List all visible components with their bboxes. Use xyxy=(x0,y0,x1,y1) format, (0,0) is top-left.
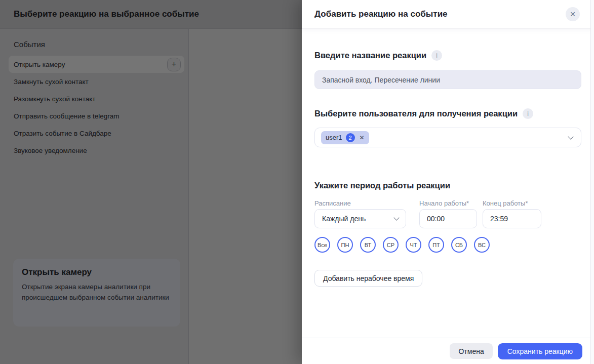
end-time-input[interactable] xyxy=(483,209,541,228)
cancel-button[interactable]: Отмена xyxy=(450,343,492,359)
schedule-label: Расписание xyxy=(314,199,406,207)
scrollbar-gutter[interactable] xyxy=(590,0,594,364)
add-reaction-modal: Добавить реакцию на событие ✕ Введите на… xyxy=(302,0,594,364)
modal-footer: Отмена Сохранить реакцию xyxy=(302,338,594,364)
day-chip-wed[interactable]: СР xyxy=(383,237,399,253)
reaction-name-label-text: Введите название реакции xyxy=(314,51,426,60)
required-mark: * xyxy=(466,199,469,207)
user-chip: user1 2 ✕ xyxy=(321,131,369,144)
day-chip-fri[interactable]: ПТ xyxy=(428,237,444,253)
period-controls: Каждый день xyxy=(314,209,581,228)
save-reaction-button[interactable]: Сохранить реакцию xyxy=(498,343,582,359)
close-button[interactable]: ✕ xyxy=(566,7,580,21)
schedule-select-value: Каждый день xyxy=(322,215,366,223)
schedule-select[interactable]: Каждый день xyxy=(314,209,406,228)
modal-body: Введите название реакции i Выберите поль… xyxy=(302,50,594,287)
user-count-badge: 2 xyxy=(346,133,355,142)
modal-header: Добавить реакцию на событие ✕ xyxy=(302,0,594,29)
close-icon: ✕ xyxy=(570,10,576,18)
start-time-input[interactable] xyxy=(419,209,477,228)
reaction-name-input[interactable] xyxy=(314,70,581,89)
user-select-label: Выберите пользователя для получения реак… xyxy=(314,108,581,119)
chevron-down-icon xyxy=(393,215,399,220)
user-chip-name: user1 xyxy=(326,134,342,141)
start-time-label: Начало работы* xyxy=(419,199,477,207)
chevron-down-icon xyxy=(568,134,573,139)
end-time-label: Конец работы* xyxy=(483,199,541,207)
day-chip-sat[interactable]: СБ xyxy=(451,237,467,253)
app-root: Выберите реакцию на выбранное событие Со… xyxy=(0,0,594,364)
user-select[interactable]: user1 2 ✕ xyxy=(314,128,581,147)
day-chip-all[interactable]: Все xyxy=(314,237,330,253)
remove-user-icon[interactable]: ✕ xyxy=(360,134,365,141)
info-icon[interactable]: i xyxy=(431,50,442,61)
required-mark: * xyxy=(525,199,528,207)
modal-title: Добавить реакцию на событие xyxy=(314,9,448,19)
day-chip-mon[interactable]: ПН xyxy=(337,237,353,253)
period-field-labels: Расписание Начало работы* Конец работы* xyxy=(314,199,581,207)
weekday-selector: Все ПН ВТ СР ЧТ ПТ СБ ВС xyxy=(314,237,581,253)
day-chip-thu[interactable]: ЧТ xyxy=(406,237,421,253)
user-select-label-text: Выберите пользователя для получения реак… xyxy=(314,109,518,118)
add-downtime-button[interactable]: Добавить нерабочее время xyxy=(314,270,422,287)
day-chip-sun[interactable]: ВС xyxy=(474,237,490,253)
reaction-name-label: Введите название реакции i xyxy=(314,50,581,61)
period-section-title: Укажите период работы реакции xyxy=(314,181,581,190)
info-icon[interactable]: i xyxy=(523,108,533,119)
day-chip-tue[interactable]: ВТ xyxy=(360,237,376,253)
